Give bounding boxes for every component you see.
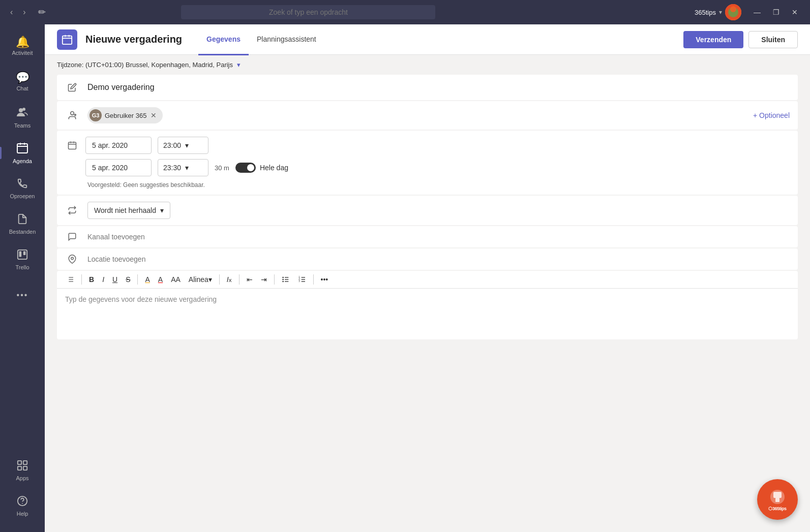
toolbar-divider-2 [219,274,220,285]
italic-button[interactable]: I [99,274,107,285]
paragraph-button[interactable]: Alinea ▾ [186,274,215,285]
repeat-icon [65,206,79,215]
font-size-button[interactable]: AA [168,274,184,285]
account-name: 365tips [695,9,716,16]
title-section [57,75,798,100]
tips-logo-text: ⬡365tips [768,506,786,511]
search-input[interactable] [181,5,435,19]
bold-button[interactable]: B [86,274,97,285]
optional-link[interactable]: + Optioneel [753,111,790,119]
start-date-field[interactable]: 5 apr. 2020 [85,137,152,154]
chat-icon: 💬 [16,72,29,83]
header-actions: Verzenden Sluiten [683,31,798,48]
numbered-list-button[interactable]: 1 2 3 [295,274,309,285]
svg-rect-11 [23,252,26,255]
account-button[interactable]: 365tips ▾ [695,4,741,20]
forward-button[interactable]: › [19,6,29,19]
allday-toggle: Hele dag [235,163,288,173]
compose-icon[interactable]: ✏ [34,7,50,18]
svg-rect-49 [775,498,779,502]
underline-button[interactable]: U [109,274,121,285]
indent-in-button[interactable]: ⇥ [258,274,270,285]
sidebar-item-help[interactable]: Help [0,488,45,524]
end-time-value: 23:30 [163,164,181,172]
sidebar-item-agenda[interactable]: Agenda [0,135,45,171]
timezone-bar[interactable]: Tijdzone: (UTC+01:00) Brussel, Kopenhage… [45,55,810,75]
toolbar-divider-5 [313,274,314,285]
sidebar-item-chat[interactable]: 💬 Chat [0,64,45,100]
meeting-title-input[interactable] [87,81,790,94]
svg-rect-10 [19,252,22,257]
sidebar-item-oproepen[interactable]: Oproepen [0,171,45,206]
repeat-select[interactable]: Wordt niet herhaald ▾ [87,202,170,219]
add-person-icon [65,110,79,120]
repeat-section: Wordt niet herhaald ▾ [57,196,798,225]
clear-format-button[interactable]: Ix [224,274,235,285]
svg-point-4 [19,108,23,112]
sidebar-item-bestanden[interactable]: Bestanden [0,206,45,242]
paragraph-label: Alinea [189,275,208,284]
close-meeting-button[interactable]: Sluiten [748,31,798,48]
more-icon: ••• [17,291,28,299]
channel-section [57,226,798,247]
meeting-title: Nieuwe vergadering [85,34,182,45]
main-layout: 🔔 Activiteit 💬 Chat Teams [0,24,810,532]
sidebar-item-apps[interactable]: Apps [0,453,45,488]
calendar-date-icon [65,141,79,150]
sidebar-item-label: Bestanden [9,229,36,235]
attendees-row: G3 Gebruiker 365 ✕ + Optioneel [57,101,798,130]
indent-out-button[interactable]: ⇤ [244,274,256,285]
help-icon [17,495,28,509]
time-chevron-icon: ▾ [185,141,189,149]
svg-rect-12 [18,461,21,464]
start-time-value: 23:00 [163,141,181,149]
notes-body[interactable]: Typ de gegevens voor deze nieuwe vergade… [57,289,798,339]
meeting-header: Nieuwe vergadering Gegevens Planningsass… [45,24,810,55]
tab-details[interactable]: Gegevens [198,25,249,55]
sidebar-item-label: Trello [15,264,29,270]
trello-icon [17,249,28,262]
toolbar-divider-0 [81,274,82,285]
sidebar-item-activiteit[interactable]: 🔔 Activiteit [0,28,45,64]
toolbar-divider-1 [137,274,138,285]
toolbar-divider-3 [239,274,239,285]
channel-input[interactable] [87,233,790,241]
more-toolbar-button[interactable]: ••• [318,274,332,285]
sidebar-item-teams[interactable]: Teams [0,100,45,135]
minimize-button[interactable]: — [747,6,767,18]
bullet-list-button[interactable] [279,274,293,285]
remove-attendee-button[interactable]: ✕ [149,111,158,119]
close-button[interactable]: ✕ [786,6,804,18]
notes-icon [63,275,77,284]
start-time-select[interactable]: 23:00 ▾ [158,137,208,154]
tab-planning[interactable]: Planningsassistent [249,25,324,55]
strikethrough-button[interactable]: S [123,274,133,285]
title-row [57,75,798,100]
font-color-button[interactable]: A [155,274,166,285]
send-button[interactable]: Verzenden [683,31,743,48]
sidebar-item-label: Help [17,511,28,517]
timezone-chevron-icon: ▾ [237,61,241,69]
sidebar-item-label: Oproepen [10,193,35,199]
svg-rect-13 [23,461,27,464]
svg-point-39 [282,277,284,278]
sidebar-item-more[interactable]: ••• [0,277,45,313]
bell-icon: 🔔 [16,37,29,48]
account-chevron: ▾ [719,9,722,16]
suggestion-text: Voorgesteld: Geen suggesties beschikbaar… [87,181,790,189]
meeting-icon [57,29,77,50]
datetime-section: 5 apr. 2020 23:00 ▾ 5 apr. 2020 23:30 [57,131,798,195]
sidebar-item-trello[interactable]: Trello [0,242,45,277]
titlebar: ‹ › ✏ 365tips ▾ — ❐ ✕ [0,0,810,24]
end-date-field[interactable]: 5 apr. 2020 [85,159,152,176]
highlight-button[interactable]: A [142,274,153,285]
duration-label: 30 m [215,164,229,172]
tips-logo[interactable]: ⬡365tips [757,479,798,520]
attendee-name: Gebruiker 365 [105,112,146,119]
end-time-select[interactable]: 23:30 ▾ [158,159,208,176]
restore-button[interactable]: ❐ [767,6,786,18]
back-button[interactable]: ‹ [6,6,17,19]
allday-toggle-button[interactable] [235,163,256,173]
svg-rect-18 [63,36,72,44]
location-input[interactable] [87,255,790,263]
